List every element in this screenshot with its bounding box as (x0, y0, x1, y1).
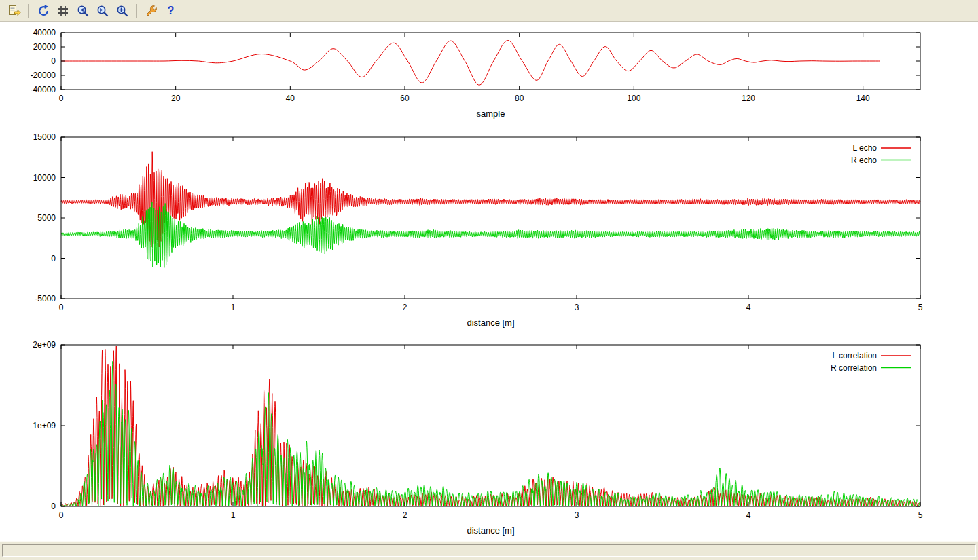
autoscale-icon (115, 4, 129, 18)
svg-text:3: 3 (575, 303, 579, 312)
echo-chart[interactable]: 012345-5000050001000015000distance [m]L … (0, 127, 978, 337)
svg-text:-20000: -20000 (31, 71, 56, 80)
svg-text:4: 4 (746, 510, 751, 520)
zoom-next-button[interactable] (93, 2, 111, 19)
svg-text:distance [m]: distance [m] (467, 525, 514, 536)
copy-to-clipboard-button[interactable] (5, 2, 23, 19)
svg-text:5000: 5000 (37, 213, 56, 223)
svg-text:120: 120 (742, 94, 755, 103)
svg-text:100: 100 (627, 94, 640, 103)
svg-text:40000: 40000 (33, 28, 56, 37)
svg-text:R correlation: R correlation (831, 363, 877, 373)
status-bar (0, 541, 978, 560)
help-icon: ? (168, 5, 175, 16)
svg-text:140: 140 (856, 94, 870, 103)
svg-text:5: 5 (918, 510, 923, 520)
svg-text:-5000: -5000 (35, 294, 56, 303)
svg-text:2: 2 (403, 510, 408, 520)
toolbar: ? (0, 0, 978, 22)
config-button[interactable] (142, 2, 160, 19)
svg-text:0: 0 (51, 56, 56, 66)
svg-text:2e+09: 2e+09 (33, 340, 56, 350)
svg-text:20: 20 (171, 94, 181, 103)
svg-text:L echo: L echo (852, 143, 877, 153)
svg-text:L correlation: L correlation (832, 351, 877, 360)
replot-button[interactable] (34, 2, 52, 19)
config-icon (145, 4, 158, 18)
grid-button[interactable] (54, 2, 72, 19)
svg-text:1: 1 (231, 303, 236, 312)
svg-text:distance [m]: distance [m] (467, 318, 514, 328)
copy-to-clipboard-icon (7, 4, 21, 18)
svg-text:0: 0 (59, 510, 64, 520)
help-button[interactable]: ? (162, 2, 180, 19)
toolbar-separator (136, 4, 137, 18)
svg-text:0: 0 (51, 502, 56, 511)
svg-text:20000: 20000 (33, 42, 56, 52)
svg-text:R echo: R echo (851, 155, 877, 165)
svg-text:-40000: -40000 (31, 85, 56, 94)
svg-text:15000: 15000 (33, 132, 56, 142)
svg-text:3: 3 (575, 510, 579, 520)
svg-text:1: 1 (231, 510, 236, 520)
svg-text:80: 80 (515, 94, 524, 103)
zoom-previous-icon (76, 4, 90, 18)
svg-text:60: 60 (400, 94, 410, 103)
zoom-previous-button[interactable] (73, 2, 92, 19)
gnuplot-window: ? 020406080100120140-40000-2000002000040… (0, 0, 978, 560)
replot-icon (37, 4, 50, 18)
svg-text:5: 5 (918, 303, 923, 312)
signal-chart[interactable]: 020406080100120140-40000-200000200004000… (0, 22, 978, 127)
correlation-chart[interactable]: 01234501e+092e+09distance [m]L correlati… (0, 337, 978, 541)
toolbar-separator (28, 4, 29, 18)
svg-text:0: 0 (59, 303, 64, 312)
svg-text:0: 0 (51, 254, 56, 263)
svg-text:2: 2 (403, 303, 408, 312)
svg-text:40: 40 (286, 94, 295, 103)
autoscale-button[interactable] (113, 2, 131, 19)
svg-text:10000: 10000 (33, 173, 56, 183)
grid-icon (56, 4, 70, 18)
svg-text:sample: sample (477, 109, 505, 119)
plot-area: 020406080100120140-40000-200000200004000… (0, 22, 978, 541)
zoom-next-icon (96, 4, 109, 18)
status-text (2, 544, 976, 557)
svg-text:1e+09: 1e+09 (33, 421, 56, 430)
svg-text:0: 0 (59, 94, 64, 103)
svg-text:4: 4 (746, 303, 751, 312)
